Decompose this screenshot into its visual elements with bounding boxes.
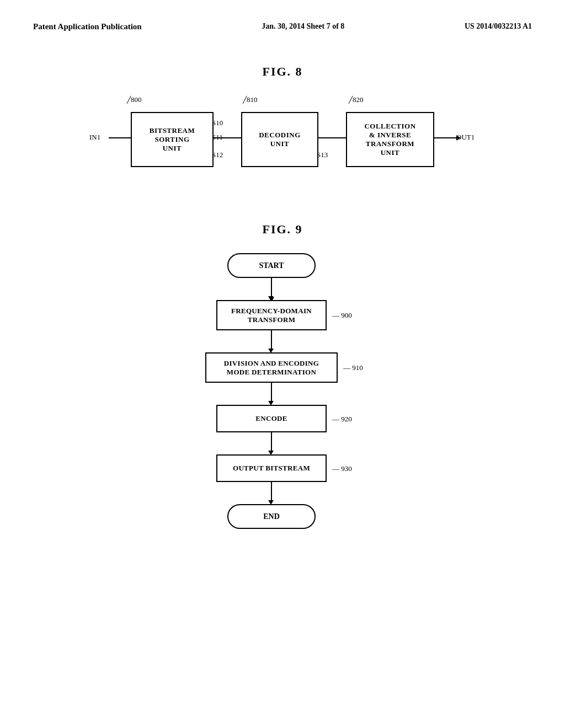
s10-label: S10 (212, 119, 223, 127)
box-910: DIVISION AND ENCODING MODE DETERMINATION (205, 352, 338, 383)
ref-900: — 900 (332, 311, 352, 320)
arrow-820-out1 (434, 137, 456, 138)
arrow-800-810 (214, 137, 241, 138)
fig9-diagram: START FREQUENCY-DOMAIN TRANSFORM — 900 D… (172, 253, 393, 584)
fig8-title: FIG. 8 (33, 65, 532, 79)
fig8-container: ╱800 ╱810 ╱820 IN1 BITSTREAM SORTING UNI… (33, 95, 532, 184)
arrow-910-920 (271, 383, 272, 402)
ref-800: ╱800 (127, 95, 142, 104)
end-box: END (227, 504, 316, 529)
page: Patent Application Publication Jan. 30, … (0, 0, 565, 728)
in1-label: IN1 (89, 133, 100, 142)
s13-label: S13 (317, 151, 328, 159)
arrow-810-820 (318, 137, 346, 138)
box-820: COLLECTION & INVERSE TRANSFORM UNIT (346, 112, 434, 167)
arrow-in1 (109, 137, 131, 138)
box-930: OUTPUT BITSTREAM (216, 454, 327, 482)
s12-label: S12 (212, 151, 223, 159)
arrow-900-910 (271, 330, 272, 350)
ref-920: — 920 (332, 415, 352, 424)
start-box: START (227, 253, 316, 278)
out1-label: OUT1 (456, 133, 475, 142)
page-header: Patent Application Publication Jan. 30, … (33, 22, 532, 31)
box-900: FREQUENCY-DOMAIN TRANSFORM (216, 300, 327, 330)
header-left: Patent Application Publication (33, 22, 142, 31)
fig8-diagram: ╱800 ╱810 ╱820 IN1 BITSTREAM SORTING UNI… (89, 95, 476, 184)
ref-810: ╱810 (243, 95, 258, 104)
box-800: BITSTREAM SORTING UNIT (131, 112, 214, 167)
header-center: Jan. 30, 2014 Sheet 7 of 8 (262, 22, 344, 31)
arrow-start-900 (271, 278, 272, 297)
ref-930: — 930 (332, 464, 352, 473)
ref-910: — 910 (343, 363, 363, 372)
fig9-container: START FREQUENCY-DOMAIN TRANSFORM — 900 D… (33, 253, 532, 584)
box-920: ENCODE (216, 405, 327, 432)
ref-820: ╱820 (349, 95, 364, 104)
header-right: US 2014/0032213 A1 (465, 22, 532, 31)
arrow-930-end (271, 482, 272, 501)
arrow-920-930 (271, 432, 272, 452)
fig9-title: FIG. 9 (33, 222, 532, 237)
box-810: DECODING UNIT (241, 112, 318, 167)
